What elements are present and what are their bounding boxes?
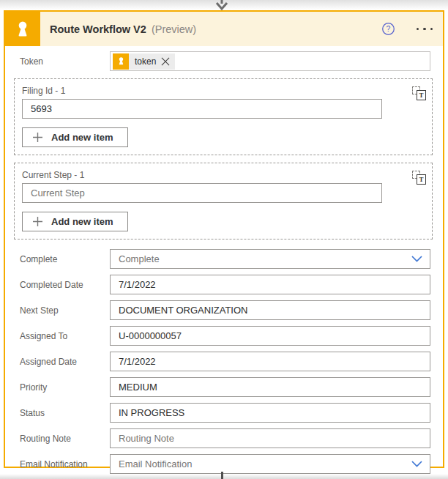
ellipsis-icon — [412, 28, 433, 31]
chevron-down-icon[interactable] — [411, 461, 422, 467]
connector-arrow-icon — [212, 0, 231, 10]
field-input[interactable] — [110, 428, 430, 448]
plus-icon — [32, 216, 43, 227]
action-title-text: Route Workflow V2 — [50, 23, 146, 35]
field-input-wrap — [110, 300, 430, 320]
field-label: Routing Note — [15, 434, 110, 444]
designer-canvas: Route Workflow V2 (Preview) ? Token — [0, 0, 448, 479]
action-title: Route Workflow V2 (Preview) — [50, 23, 196, 35]
array-sections: Filing Id - 1 Add new item — [15, 78, 430, 240]
field-input-wrap — [110, 326, 430, 346]
add-new-item-button[interactable]: Add new item — [22, 127, 128, 147]
bottom-shadow — [0, 474, 448, 479]
svg-text:?: ? — [386, 25, 390, 33]
field-row: Routing Note — [15, 428, 430, 448]
field-label: Assigned To — [15, 331, 110, 341]
more-menu-button[interactable] — [411, 26, 435, 32]
chevron-down-icon[interactable] — [411, 256, 422, 262]
help-button[interactable]: ? — [380, 21, 397, 37]
field-input-wrap — [110, 377, 430, 397]
field-label: Status — [15, 408, 110, 418]
field-row: Assigned To — [15, 326, 430, 346]
connector-tile — [5, 12, 40, 46]
action-card-body: Token token — [5, 46, 443, 474]
add-new-item-button[interactable]: Add new item — [22, 212, 128, 231]
field-input-wrap — [110, 249, 430, 269]
array-item-label: Current Step - 1 — [22, 170, 425, 180]
switch-to-array-icon[interactable]: T — [412, 86, 426, 100]
field-label: Assigned Date — [15, 357, 110, 367]
array-item-input[interactable] — [22, 99, 382, 119]
question-mark-icon: ? — [381, 22, 395, 36]
close-x-icon[interactable] — [160, 57, 175, 66]
keyhole-icon — [113, 53, 129, 70]
keyhole-icon — [12, 18, 34, 40]
connector-line — [221, 472, 223, 479]
field-label: Next Step — [15, 305, 110, 316]
array-item-input[interactable] — [22, 183, 382, 203]
field-row: Priority — [15, 377, 430, 397]
token-chip-label: token — [129, 56, 160, 67]
header-actions: ? — [380, 21, 444, 37]
action-card-header[interactable]: Route Workflow V2 (Preview) ? — [5, 12, 443, 46]
field-input[interactable] — [110, 300, 430, 320]
field-rows: Complete Completed Date — [15, 249, 430, 474]
field-row: Status — [15, 403, 430, 423]
field-label: Priority — [15, 382, 110, 393]
array-item-section: Current Step - 1 Add new item — [14, 163, 433, 240]
field-input[interactable] — [110, 352, 430, 371]
field-input-wrap — [110, 403, 430, 423]
token-row: Token token — [15, 51, 430, 71]
field-input[interactable] — [110, 377, 430, 397]
field-row: Completed Date — [15, 275, 430, 294]
token-input[interactable]: token — [110, 51, 430, 71]
token-chip[interactable]: token — [113, 53, 175, 70]
field-input[interactable] — [110, 249, 430, 269]
preview-badge: (Preview) — [152, 23, 196, 35]
array-item-label: Filing Id - 1 — [22, 86, 425, 96]
field-input-wrap — [110, 428, 430, 448]
field-label: Complete — [15, 254, 110, 264]
field-input[interactable] — [110, 403, 430, 423]
add-new-item-label: Add new item — [51, 132, 113, 143]
array-item-section: Filing Id - 1 Add new item — [14, 78, 433, 155]
field-row: Email Notification — [15, 454, 430, 474]
field-input-wrap — [110, 352, 430, 371]
action-card-route-workflow: Route Workflow V2 (Preview) ? Token — [4, 10, 444, 468]
field-label: Email Notification — [15, 459, 110, 469]
add-new-item-label: Add new item — [51, 216, 113, 227]
plus-icon — [32, 132, 43, 143]
field-row: Complete — [15, 249, 430, 269]
field-row: Assigned Date — [15, 352, 430, 371]
field-input-wrap — [110, 275, 430, 294]
field-label: Completed Date — [15, 280, 110, 290]
field-input[interactable] — [110, 454, 430, 474]
field-row: Next Step — [15, 300, 430, 320]
switch-to-array-icon[interactable]: T — [412, 171, 426, 185]
field-input[interactable] — [110, 275, 430, 294]
token-label: Token — [15, 56, 110, 67]
field-input-wrap — [110, 454, 430, 474]
field-input[interactable] — [110, 326, 430, 346]
